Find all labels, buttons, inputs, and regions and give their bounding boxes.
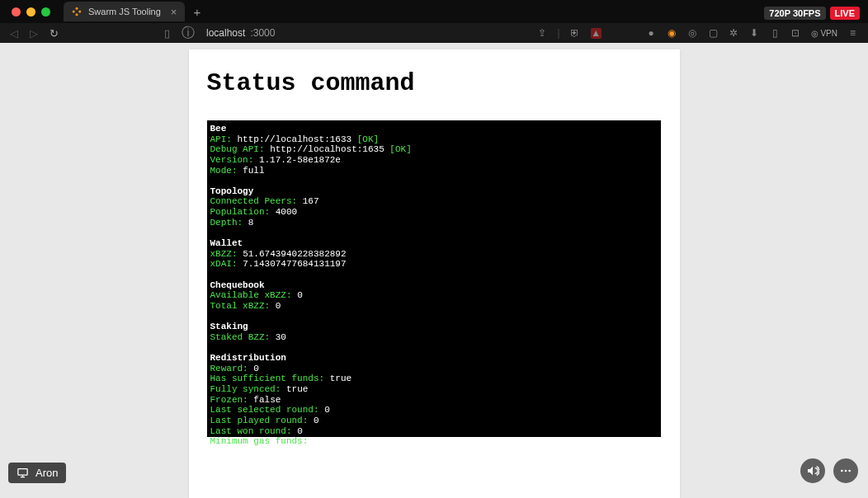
svg-rect-4 [18,469,27,476]
mode-value: full [243,166,264,176]
lsr-label: Last selected round: [210,405,319,415]
svg-point-5 [841,470,843,472]
extension-5-icon[interactable]: ✲ [729,28,739,39]
vpn-badge[interactable]: ◎ VPN [811,29,837,38]
xdai-label: xDAI: [210,259,238,269]
section-topology: Topology [210,186,658,197]
share-icon[interactable]: ⇪ [537,28,548,39]
debug-api-value: http://localhost:1635 [270,144,384,154]
svg-point-1 [76,7,78,10]
site-info-icon[interactable]: ⓘ [182,25,195,42]
frozen-label: Frozen: [210,395,248,405]
funds-value: true [330,374,351,383]
population-label: Population: [210,207,271,217]
peers-value: 167 [303,196,319,206]
tab-bar: Swarm JS Tooling × + [0,0,868,23]
extension-6-icon[interactable]: ▯ [770,28,781,39]
address-bar: ◁ ▷ ↻ ▯ ⓘ localhost:3000 ⇪ | ⛨ ▲ ● ◉ ◎ ▢… [0,23,868,43]
live-badge: LIVE [830,7,860,20]
reload-icon[interactable]: ↻ [50,27,59,40]
section-chequebook: Chequebook [210,280,658,291]
toolbar-right: ⇪ | ⛨ ▲ ● ◉ ◎ ▢ ✲ ⬇ ▯ ⊡ ◎ VPN ≡ [537,27,858,39]
api-status: [OK] [357,134,379,144]
more-icon [839,464,852,477]
extension-3-icon[interactable]: ◎ [687,28,698,39]
volume-button[interactable] [800,458,825,483]
url-field[interactable]: localhost:3000 [206,27,526,39]
svg-point-3 [76,13,78,16]
more-button[interactable] [833,458,858,483]
funds-label: Has sufficient funds: [210,374,325,383]
window-close-icon[interactable] [12,7,21,16]
staked-label: Staked BZZ: [210,332,271,342]
total-xbzz-label: Total xBZZ: [210,301,271,311]
debug-api-label: Debug API: [210,144,265,154]
terminal-output: Bee API: http://localhost:1633 [OK] Debu… [207,120,661,437]
resolution-badge: 720P 30FPS [764,7,825,20]
xbzz-value: 51.6743940228382892 [243,249,346,259]
api-label: API: [210,134,232,144]
bookmark-icon[interactable]: ▯ [164,27,170,40]
api-value: http://localhost:1633 [238,134,352,144]
nav-forward-icon[interactable]: ▷ [30,27,38,40]
presenter-name: Aron [35,467,58,479]
lpr-label: Last played round: [210,416,309,425]
svg-point-2 [78,11,81,13]
screen-share-icon [17,467,29,479]
xdai-value: 7.14307477684131197 [243,259,346,269]
section-bee: Bee [210,124,658,134]
peers-label: Connected Peers: [210,196,298,206]
new-tab-button[interactable]: + [193,5,200,19]
shield-icon[interactable]: ⛨ [570,28,581,39]
lsr-value: 0 [324,405,330,415]
section-redistribution: Redistribution [210,353,658,364]
screenshot-icon[interactable]: ⊡ [790,28,801,39]
synced-value: true [286,384,308,394]
menu-icon[interactable]: ≡ [847,28,858,39]
avail-xbzz-label: Available xBZZ: [210,290,292,300]
xbzz-label: xBZZ: [210,249,238,259]
speaker-icon [806,464,819,477]
population-value: 4000 [276,207,297,217]
version-label: Version: [210,155,254,165]
avail-xbzz-value: 0 [297,290,303,300]
tab-favicon-icon [72,7,82,16]
extension-1-icon[interactable]: ● [646,28,657,39]
download-icon[interactable]: ⬇ [749,28,760,39]
url-host: localhost [206,27,245,39]
extension-warning-icon[interactable]: ▲ [591,28,601,39]
depth-value: 8 [248,218,254,228]
tab-title: Swarm JS Tooling [88,7,161,16]
window-controls [12,7,50,16]
reward-label: Reward: [210,364,248,374]
lwr-label: Last won round: [210,426,292,436]
lpr-value: 0 [314,416,319,425]
page-card: Status command Bee API: http://localhost… [189,49,680,498]
window-minimize-icon[interactable] [26,7,35,16]
total-xbzz-value: 0 [276,301,281,311]
browser-chrome: Swarm JS Tooling × + ◁ ▷ ↻ ▯ ⓘ localhost… [0,0,868,43]
nav-back-icon[interactable]: ◁ [10,27,18,40]
depth-label: Depth: [210,218,243,228]
section-wallet: Wallet [210,238,658,249]
mgf-value: 7868088941250000 [314,436,401,446]
mode-label: Mode: [210,166,238,176]
reward-value: 0 [253,364,259,374]
presenter-chip: Aron [8,463,66,483]
player-controls [800,458,858,483]
svg-point-7 [848,470,851,472]
synced-label: Fully synced: [210,384,281,394]
url-path: :3000 [250,27,275,39]
staked-value: 30 [276,332,286,342]
debug-api-status: [OK] [389,144,411,154]
frozen-value: false [253,395,281,405]
browser-tab[interactable]: Swarm JS Tooling × [64,2,185,21]
svg-point-0 [73,11,75,13]
content-viewport: Status command Bee API: http://localhost… [0,43,868,498]
extension-4-icon[interactable]: ▢ [708,28,719,39]
extension-2-icon[interactable]: ◉ [667,28,677,39]
tab-close-icon[interactable]: × [171,6,177,18]
lwr-value: 0 [297,426,303,436]
window-maximize-icon[interactable] [41,7,50,16]
svg-point-6 [845,470,847,472]
